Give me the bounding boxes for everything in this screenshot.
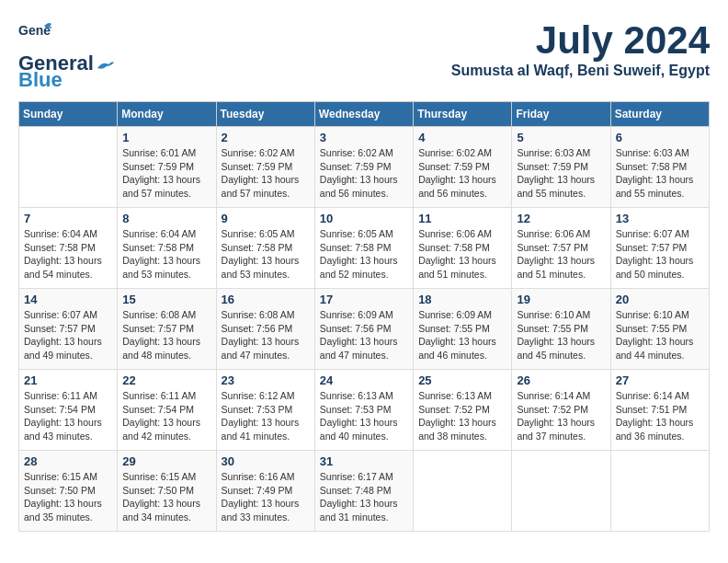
calendar-cell: 9 Sunrise: 6:05 AM Sunset: 7:58 PM Dayli…: [216, 208, 314, 289]
day-info: Sunrise: 6:11 AM Sunset: 7:54 PM Dayligh…: [122, 390, 200, 442]
calendar-cell: 21 Sunrise: 6:11 AM Sunset: 7:54 PM Dayl…: [19, 370, 118, 451]
calendar-cell: 28 Sunrise: 6:15 AM Sunset: 7:50 PM Dayl…: [19, 451, 118, 532]
day-info: Sunrise: 6:05 AM Sunset: 7:58 PM Dayligh…: [320, 228, 398, 280]
logo-bird-icon: [95, 59, 115, 72]
month-title: July 2024: [451, 18, 710, 63]
day-number: 6: [616, 131, 704, 144]
day-info: Sunrise: 6:01 AM Sunset: 7:59 PM Dayligh…: [122, 147, 200, 199]
calendar-cell: 11 Sunrise: 6:06 AM Sunset: 7:58 PM Dayl…: [414, 208, 512, 289]
calendar-cell: 27 Sunrise: 6:14 AM Sunset: 7:51 PM Dayl…: [610, 370, 709, 451]
calendar-header-row: SundayMondayTuesdayWednesdayThursdayFrid…: [19, 102, 710, 127]
day-number: 11: [418, 212, 506, 225]
day-info: Sunrise: 6:16 AM Sunset: 7:49 PM Dayligh…: [222, 471, 300, 523]
day-number: 26: [517, 373, 605, 387]
calendar-week-row: 28 Sunrise: 6:15 AM Sunset: 7:50 PM Dayl…: [19, 451, 710, 532]
day-number: 20: [616, 293, 704, 306]
day-info: Sunrise: 6:04 AM Sunset: 7:58 PM Dayligh…: [122, 228, 200, 280]
day-number: 31: [320, 454, 408, 468]
day-number: 14: [24, 293, 112, 306]
calendar-week-row: 1 Sunrise: 6:01 AM Sunset: 7:59 PM Dayli…: [19, 127, 710, 208]
logo-icon: General: [18, 18, 51, 52]
calendar-cell: 10 Sunrise: 6:05 AM Sunset: 7:58 PM Dayl…: [314, 208, 413, 289]
day-info: Sunrise: 6:12 AM Sunset: 7:53 PM Dayligh…: [222, 390, 300, 442]
day-info: Sunrise: 6:15 AM Sunset: 7:50 PM Dayligh…: [24, 471, 102, 523]
calendar-cell: 26 Sunrise: 6:14 AM Sunset: 7:52 PM Dayl…: [512, 370, 610, 451]
day-number: 21: [24, 373, 112, 387]
day-info: Sunrise: 6:13 AM Sunset: 7:53 PM Dayligh…: [320, 390, 398, 442]
day-number: 29: [122, 454, 210, 468]
day-number: 10: [320, 212, 408, 225]
calendar-cell: 5 Sunrise: 6:03 AM Sunset: 7:59 PM Dayli…: [512, 127, 610, 208]
day-number: 22: [122, 373, 210, 387]
day-info: Sunrise: 6:03 AM Sunset: 7:59 PM Dayligh…: [517, 147, 595, 199]
day-number: 18: [418, 293, 506, 306]
day-number: 25: [418, 373, 506, 387]
day-number: 16: [222, 293, 310, 306]
day-info: Sunrise: 6:09 AM Sunset: 7:56 PM Dayligh…: [320, 309, 398, 361]
calendar-cell: 31 Sunrise: 6:17 AM Sunset: 7:48 PM Dayl…: [314, 451, 413, 532]
day-info: Sunrise: 6:03 AM Sunset: 7:58 PM Dayligh…: [616, 147, 694, 199]
day-number: 23: [222, 373, 310, 387]
calendar-table: SundayMondayTuesdayWednesdayThursdayFrid…: [18, 101, 710, 532]
calendar-cell: 16 Sunrise: 6:08 AM Sunset: 7:56 PM Dayl…: [216, 289, 314, 370]
page-header: General General Blue July 2024 Sumusta a…: [18, 18, 710, 92]
day-number: 15: [122, 293, 210, 306]
day-number: 12: [517, 212, 605, 225]
day-info: Sunrise: 6:02 AM Sunset: 7:59 PM Dayligh…: [222, 147, 300, 199]
day-number: 24: [320, 373, 408, 387]
title-block: July 2024 Sumusta al Waqf, Beni Suweif, …: [451, 18, 710, 79]
logo: General General Blue: [18, 18, 115, 92]
calendar-cell: 22 Sunrise: 6:11 AM Sunset: 7:54 PM Dayl…: [118, 370, 216, 451]
day-number: 8: [122, 212, 210, 225]
day-info: Sunrise: 6:07 AM Sunset: 7:57 PM Dayligh…: [616, 228, 694, 280]
weekday-header: Tuesday: [216, 102, 314, 127]
calendar-week-row: 21 Sunrise: 6:11 AM Sunset: 7:54 PM Dayl…: [19, 370, 710, 451]
day-info: Sunrise: 6:02 AM Sunset: 7:59 PM Dayligh…: [320, 147, 398, 199]
weekday-header: Friday: [512, 102, 610, 127]
day-number: 28: [24, 454, 112, 468]
day-info: Sunrise: 6:07 AM Sunset: 7:57 PM Dayligh…: [24, 309, 102, 361]
day-number: 1: [122, 131, 210, 144]
calendar-cell: 1 Sunrise: 6:01 AM Sunset: 7:59 PM Dayli…: [118, 127, 216, 208]
calendar-week-row: 7 Sunrise: 6:04 AM Sunset: 7:58 PM Dayli…: [19, 208, 710, 289]
day-info: Sunrise: 6:05 AM Sunset: 7:58 PM Dayligh…: [222, 228, 300, 280]
calendar-cell: 13 Sunrise: 6:07 AM Sunset: 7:57 PM Dayl…: [610, 208, 709, 289]
calendar-cell: [610, 451, 709, 532]
day-number: 30: [222, 454, 310, 468]
calendar-cell: 15 Sunrise: 6:08 AM Sunset: 7:57 PM Dayl…: [118, 289, 216, 370]
calendar-week-row: 14 Sunrise: 6:07 AM Sunset: 7:57 PM Dayl…: [19, 289, 710, 370]
calendar-cell: 20 Sunrise: 6:10 AM Sunset: 7:55 PM Dayl…: [610, 289, 709, 370]
day-info: Sunrise: 6:17 AM Sunset: 7:48 PM Dayligh…: [320, 471, 398, 523]
calendar-cell: 6 Sunrise: 6:03 AM Sunset: 7:58 PM Dayli…: [610, 127, 709, 208]
calendar-cell: 3 Sunrise: 6:02 AM Sunset: 7:59 PM Dayli…: [314, 127, 413, 208]
calendar-cell: 18 Sunrise: 6:09 AM Sunset: 7:55 PM Dayl…: [414, 289, 512, 370]
day-number: 3: [320, 131, 408, 144]
day-info: Sunrise: 6:14 AM Sunset: 7:51 PM Dayligh…: [616, 390, 694, 442]
day-number: 7: [24, 212, 112, 225]
day-number: 17: [320, 293, 408, 306]
calendar-cell: [414, 451, 512, 532]
day-number: 9: [222, 212, 310, 225]
calendar-cell: 23 Sunrise: 6:12 AM Sunset: 7:53 PM Dayl…: [216, 370, 314, 451]
calendar-cell: 7 Sunrise: 6:04 AM Sunset: 7:58 PM Dayli…: [19, 208, 118, 289]
calendar-cell: 30 Sunrise: 6:16 AM Sunset: 7:49 PM Dayl…: [216, 451, 314, 532]
calendar-cell: 17 Sunrise: 6:09 AM Sunset: 7:56 PM Dayl…: [314, 289, 413, 370]
calendar-cell: [19, 127, 118, 208]
day-info: Sunrise: 6:02 AM Sunset: 7:59 PM Dayligh…: [418, 147, 496, 199]
day-info: Sunrise: 6:04 AM Sunset: 7:58 PM Dayligh…: [24, 228, 102, 280]
calendar-cell: 14 Sunrise: 6:07 AM Sunset: 7:57 PM Dayl…: [19, 289, 118, 370]
day-number: 4: [418, 131, 506, 144]
weekday-header: Saturday: [610, 102, 709, 127]
calendar-cell: 29 Sunrise: 6:15 AM Sunset: 7:50 PM Dayl…: [118, 451, 216, 532]
day-info: Sunrise: 6:10 AM Sunset: 7:55 PM Dayligh…: [616, 309, 694, 361]
day-info: Sunrise: 6:14 AM Sunset: 7:52 PM Dayligh…: [517, 390, 595, 442]
day-info: Sunrise: 6:09 AM Sunset: 7:55 PM Dayligh…: [418, 309, 496, 361]
day-info: Sunrise: 6:08 AM Sunset: 7:57 PM Dayligh…: [122, 309, 200, 361]
calendar-cell: 25 Sunrise: 6:13 AM Sunset: 7:52 PM Dayl…: [414, 370, 512, 451]
day-info: Sunrise: 6:10 AM Sunset: 7:55 PM Dayligh…: [517, 309, 595, 361]
day-info: Sunrise: 6:08 AM Sunset: 7:56 PM Dayligh…: [222, 309, 300, 361]
calendar-cell: 19 Sunrise: 6:10 AM Sunset: 7:55 PM Dayl…: [512, 289, 610, 370]
day-info: Sunrise: 6:13 AM Sunset: 7:52 PM Dayligh…: [418, 390, 496, 442]
day-number: 5: [517, 131, 605, 144]
day-info: Sunrise: 6:06 AM Sunset: 7:57 PM Dayligh…: [517, 228, 595, 280]
